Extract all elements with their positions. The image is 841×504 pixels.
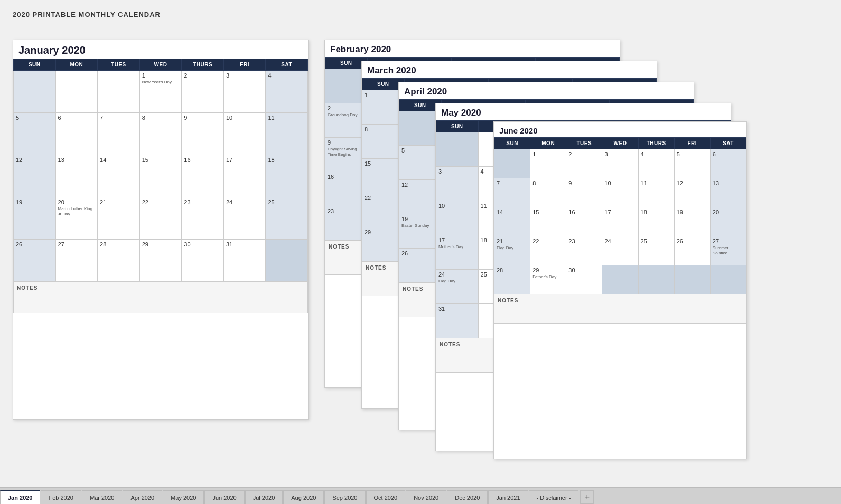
table-cell <box>266 240 308 282</box>
tab-jun-2020[interactable]: Jun 2020 <box>204 490 244 504</box>
jun-col-tue: TUES <box>566 138 602 149</box>
table-cell <box>710 265 746 294</box>
tab-dec-2020[interactable]: Dec 2020 <box>447 490 488 504</box>
table-cell: 8 <box>530 178 566 207</box>
notes-cell: NOTES <box>14 282 308 313</box>
table-cell <box>98 71 140 113</box>
table-row: 28 29Father's Day 30 <box>494 265 746 294</box>
table-cell: 8 <box>139 113 182 155</box>
jan-col-wed: WED <box>139 59 182 71</box>
jan-grid: SUN MON TUES WED THURS FRI SAT 1New Y <box>13 59 308 313</box>
notes-row: NOTES <box>494 294 746 324</box>
table-cell: 17Mother's Day <box>436 235 479 270</box>
table-row: 1New Year's Day 2 3 4 <box>14 71 308 113</box>
table-cell: 20 <box>710 207 746 236</box>
jun-col-wed: WED <box>602 138 638 149</box>
jan-col-tue: TUES <box>98 59 140 71</box>
table-cell: 6 <box>710 149 746 178</box>
tab-jan-2021[interactable]: Jan 2021 <box>488 490 528 504</box>
table-cell: 9 <box>182 113 224 155</box>
table-cell: 13 <box>55 155 98 197</box>
tab-jan-2020[interactable]: Jan 2020 <box>0 490 40 504</box>
notes-row: NOTES <box>14 282 308 313</box>
table-cell <box>436 132 479 167</box>
table-cell: 30 <box>182 240 224 282</box>
table-cell: 12 <box>14 155 56 197</box>
table-cell: 2 <box>566 149 602 178</box>
table-row: 5 6 7 8 9 10 11 <box>14 113 308 155</box>
table-row: 26 27 28 29 30 31 <box>14 240 308 282</box>
table-cell: 5 <box>14 113 56 155</box>
table-cell: 3 <box>223 71 266 113</box>
jun-grid: SUN MON TUES WED THURS FRI SAT 1 2 3 <box>494 137 746 324</box>
tab-may-2020[interactable]: May 2020 <box>163 490 204 504</box>
may-col-sun: SUN <box>436 121 479 132</box>
jun-col-mon: MON <box>530 138 566 149</box>
table-cell: 16 <box>566 207 602 236</box>
table-cell: 25 <box>266 197 308 240</box>
table-cell: 26 <box>14 240 56 282</box>
jun-col-sun: SUN <box>494 138 530 149</box>
table-cell: 26 <box>674 236 710 265</box>
table-cell <box>602 265 638 294</box>
table-row: 7 8 9 10 11 12 13 <box>494 178 746 207</box>
tab-feb-2020[interactable]: Feb 2020 <box>41 490 81 504</box>
table-cell: 27Summer Solstice <box>710 236 746 265</box>
tab-disclaimer[interactable]: - Disclaimer - <box>529 490 579 504</box>
table-cell: 22 <box>530 236 566 265</box>
table-cell: 10 <box>602 178 638 207</box>
table-row: 12 13 14 15 16 17 18 <box>14 155 308 197</box>
jan-col-sun: SUN <box>14 59 56 71</box>
table-cell: 16 <box>182 155 224 197</box>
table-cell: 25 <box>638 236 674 265</box>
tab-oct-2020[interactable]: Oct 2020 <box>366 490 406 504</box>
table-cell: 1New Year's Day <box>139 71 182 113</box>
table-cell: 5 <box>674 149 710 178</box>
table-cell <box>14 71 56 113</box>
calendar-june: June 2020 SUN MON TUES WED THURS FRI SAT <box>493 121 747 459</box>
tab-nov-2020[interactable]: Nov 2020 <box>406 490 446 504</box>
table-cell: 24 <box>223 197 266 240</box>
table-cell: 29Father's Day <box>530 265 566 294</box>
jan-col-sat: SAT <box>266 59 308 71</box>
calendars-container: January 2020 SUN MON TUES WED THURS FRI … <box>13 24 828 472</box>
table-cell: 4 <box>266 71 308 113</box>
table-row: 14 15 16 17 18 19 20 <box>494 207 746 236</box>
table-cell: 17 <box>223 155 266 197</box>
tab-jul-2020[interactable]: Jul 2020 <box>245 490 283 504</box>
may-title: May 2020 <box>436 103 731 120</box>
table-cell: 11 <box>638 178 674 207</box>
table-cell: 18 <box>638 207 674 236</box>
jun-col-sat: SAT <box>710 138 746 149</box>
table-cell: 15 <box>530 207 566 236</box>
table-cell: 30 <box>566 265 602 294</box>
jan-col-fri: FRI <box>223 59 266 71</box>
feb-title: February 2020 <box>325 40 620 57</box>
table-cell: 24 <box>602 236 638 265</box>
table-cell: 13 <box>710 178 746 207</box>
tab-apr-2020[interactable]: Apr 2020 <box>123 490 162 504</box>
table-cell: 24Flag Day <box>436 270 479 304</box>
table-cell: 28 <box>494 265 530 294</box>
table-cell: 29 <box>139 240 182 282</box>
table-cell: 18 <box>266 155 308 197</box>
table-cell: 19 <box>14 197 56 240</box>
table-cell: 11 <box>266 113 308 155</box>
table-cell: 23 <box>566 236 602 265</box>
table-cell: 31 <box>436 304 479 338</box>
table-cell: 28 <box>98 240 140 282</box>
tab-mar-2020[interactable]: Mar 2020 <box>82 490 122 504</box>
table-cell: 15 <box>139 155 182 197</box>
tab-sep-2020[interactable]: Sep 2020 <box>324 490 365 504</box>
tab-aug-2020[interactable]: Aug 2020 <box>283 490 324 504</box>
table-cell <box>55 71 98 113</box>
jun-title: June 2020 <box>494 122 746 137</box>
page-title: 2020 PRINTABLE MONTHLY CALENDAR <box>13 11 828 18</box>
table-cell: 7 <box>98 113 140 155</box>
table-row: 19 20Martin Luther King Jr Day 21 22 23 … <box>14 197 308 240</box>
table-cell <box>674 265 710 294</box>
tab-add-button[interactable]: + <box>580 490 594 504</box>
jan-col-thu: THURS <box>182 59 224 71</box>
table-cell: 20Martin Luther King Jr Day <box>55 197 98 240</box>
table-cell: 2 <box>182 71 224 113</box>
